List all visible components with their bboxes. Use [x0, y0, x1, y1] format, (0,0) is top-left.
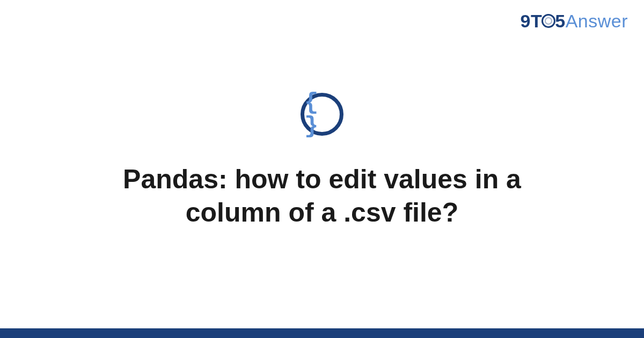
category-icon-circle: { } [301, 93, 343, 136]
question-title: Pandas: how to edit values in a column o… [54, 163, 590, 230]
category-icon-wrapper: { } [301, 93, 343, 136]
content-area: { } Pandas: how to edit values in a colu… [0, 0, 644, 338]
footer-bar [0, 328, 644, 338]
braces-icon: { } [304, 91, 340, 138]
